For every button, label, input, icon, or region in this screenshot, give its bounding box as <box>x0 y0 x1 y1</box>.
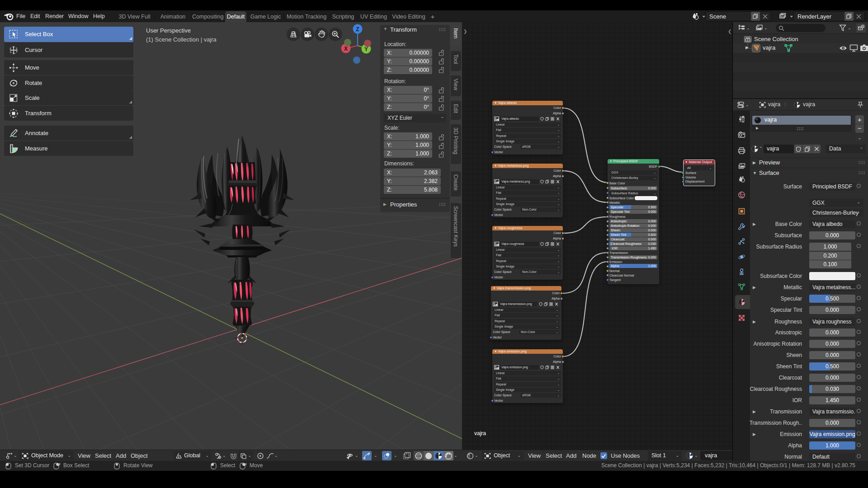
svg-text:X: X <box>344 46 348 52</box>
svg-text:Z: Z <box>356 26 359 33</box>
